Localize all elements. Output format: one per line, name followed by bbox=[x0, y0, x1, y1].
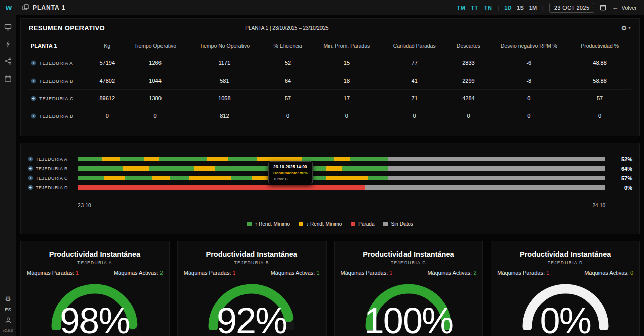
bar-segment-green bbox=[159, 157, 207, 161]
range-toggle-1m[interactable]: 1M bbox=[529, 5, 537, 11]
table-cell: 0 bbox=[490, 107, 568, 125]
arrow-circle-icon bbox=[28, 185, 33, 190]
bar-segment-yellow bbox=[102, 157, 120, 161]
table-cell: 15 bbox=[312, 54, 381, 72]
shift-toggle-tt[interactable]: TT bbox=[471, 5, 478, 11]
lightning-icon[interactable] bbox=[5, 40, 11, 48]
panel-settings-button[interactable]: ⚙▼ bbox=[621, 24, 631, 32]
app-logo[interactable]: w bbox=[0, 3, 17, 12]
arrow-circle-icon bbox=[28, 166, 33, 171]
bar-segment-yellow bbox=[104, 176, 125, 180]
gauge-value: 0% bbox=[491, 303, 639, 336]
timeline-bar[interactable] bbox=[78, 166, 605, 171]
axis-end-label: 24-10 bbox=[592, 203, 605, 208]
bar-segment-yellow bbox=[268, 166, 289, 171]
gauge: 98% bbox=[21, 277, 169, 330]
panels-icon[interactable] bbox=[22, 4, 29, 11]
bar-segment-green bbox=[368, 176, 388, 180]
bar-segment-yellow bbox=[189, 176, 231, 180]
table-row[interactable]: TEJEDURIA C89612138010585717714284057 bbox=[29, 90, 631, 107]
timeline-row: TEJEDURIA B64% bbox=[28, 164, 632, 173]
row-label: TEJEDURIA C bbox=[29, 90, 89, 107]
legend-label: ↑ Rend. Mínimo bbox=[255, 221, 290, 227]
timeline-row-percent: 57% bbox=[609, 175, 632, 181]
machines-row: Máquinas Paradas: 1Máquinas Activas: 2 bbox=[21, 270, 169, 276]
language-selector[interactable]: ES bbox=[5, 307, 11, 312]
column-header: Tiempo No Operativo bbox=[185, 38, 264, 54]
back-button[interactable]: ← Volver bbox=[612, 4, 637, 11]
shift-toggle-tm[interactable]: TM bbox=[457, 5, 465, 11]
timeline-bar[interactable] bbox=[78, 185, 605, 190]
range-toggle-1s[interactable]: 1S bbox=[517, 5, 523, 11]
productivity-card: Productividad InstantáneaTEJEDURIA DMáqu… bbox=[491, 241, 640, 336]
user-icon[interactable] bbox=[5, 317, 12, 324]
column-header: % Eficiencia bbox=[264, 38, 312, 54]
bar-segment-yellow bbox=[207, 157, 228, 161]
table-row[interactable]: TEJEDURIA A57194126611715215772833-648.8… bbox=[29, 54, 631, 72]
bar-segment-green bbox=[289, 166, 326, 171]
calendar-nav-icon[interactable] bbox=[4, 75, 12, 82]
bar-segment-green bbox=[170, 176, 189, 180]
arrow-circle-icon bbox=[31, 96, 36, 101]
summary-subtitle: PLANTA 1 | 23/10/2025 – 23/10/2025 bbox=[245, 25, 328, 31]
productivity-cards: Productividad InstantáneaTEJEDURIA AMáqu… bbox=[20, 241, 640, 336]
table-cell: 58.88 bbox=[568, 72, 631, 90]
bar-segment-green bbox=[302, 157, 334, 161]
table-cell: 0 bbox=[448, 107, 490, 125]
bar-segment-yellow bbox=[144, 157, 159, 161]
machines-row: Máquinas Paradas: 1Máquinas Activas: 0 bbox=[491, 270, 639, 276]
column-header: Cantidad Paradas bbox=[381, 38, 448, 54]
timeline-rows: TEJEDURIA A52%TEJEDURIA B64%TEJEDURIA C5… bbox=[28, 154, 632, 192]
arrow-circle-icon bbox=[31, 78, 36, 84]
bar-segment-yellow bbox=[152, 176, 171, 180]
summary-title: RESUMEN OPERATIVO bbox=[29, 24, 105, 32]
machines-active: Máquinas Activas: 2 bbox=[427, 270, 476, 276]
row-label: TEJEDURIA B bbox=[29, 72, 89, 90]
arrow-circle-icon bbox=[28, 156, 33, 162]
card-subtitle: TEJEDURIA D bbox=[491, 260, 639, 265]
app-version: v2.9.0 bbox=[3, 328, 13, 333]
machines-active: Máquinas Activas: 0 bbox=[584, 270, 633, 276]
calendar-icon[interactable] bbox=[600, 4, 606, 11]
table-cell: 17 bbox=[312, 90, 381, 107]
card-title: Productividad Instantánea bbox=[21, 250, 169, 258]
machines-icon[interactable] bbox=[4, 57, 12, 65]
table-cell: 1380 bbox=[125, 90, 186, 107]
column-header: Descartes bbox=[448, 38, 490, 54]
bar-segment-gray bbox=[365, 185, 605, 190]
table-cell: 2833 bbox=[448, 54, 490, 72]
bar-segment-gray bbox=[388, 157, 605, 161]
bar-segment-yellow bbox=[252, 176, 273, 180]
date-picker[interactable]: 23 OCT 2025 bbox=[549, 3, 594, 13]
bar-segment-green bbox=[120, 157, 144, 161]
bar-segment-green bbox=[149, 166, 194, 171]
settings-gear-icon[interactable]: ⚙ bbox=[5, 295, 11, 302]
legend-item[interactable]: ↓ Rend. Mínimo bbox=[299, 221, 342, 227]
table-cell: 71 bbox=[381, 90, 448, 107]
date-label: 23 OCT 2025 bbox=[554, 5, 589, 11]
back-label: Volver bbox=[621, 5, 637, 11]
row-label: TEJEDURIA A bbox=[29, 54, 89, 72]
productivity-card: Productividad InstantáneaTEJEDURIA BMáqu… bbox=[177, 241, 327, 336]
column-header: PLANTA 1 bbox=[29, 38, 89, 54]
arrow-circle-icon bbox=[31, 60, 36, 66]
machines-active: Máquinas Activas: 2 bbox=[114, 270, 163, 276]
legend-item[interactable]: ↑ Rend. Mínimo bbox=[247, 221, 290, 227]
legend-item[interactable]: Parada bbox=[351, 221, 374, 227]
table-row[interactable]: TEJEDURIA D00812000000 bbox=[29, 107, 631, 125]
table-cell: 0 bbox=[264, 107, 312, 125]
bar-segment-green bbox=[215, 166, 268, 171]
table-cell: 0 bbox=[381, 107, 448, 125]
range-toggle-1d[interactable]: 1D bbox=[504, 5, 511, 11]
timeline-bar[interactable] bbox=[78, 176, 605, 180]
topbar: w PLANTA 1 TMTTTN | 1D1S1M | 23 OCT 2025… bbox=[0, 0, 644, 15]
table-row[interactable]: TEJEDURIA B4780210445816418412299-858.88 bbox=[29, 72, 631, 90]
shift-toggle-tn[interactable]: TN bbox=[484, 5, 492, 11]
bar-segment-yellow bbox=[334, 157, 349, 161]
legend-item[interactable]: Sin Datos bbox=[383, 221, 413, 227]
timeline-bar[interactable] bbox=[78, 157, 605, 161]
axis-start-label: 23-10 bbox=[78, 203, 91, 208]
monitor-icon[interactable] bbox=[4, 23, 12, 31]
table-cell: 41 bbox=[381, 72, 448, 90]
table-cell: 48.88 bbox=[568, 54, 631, 72]
